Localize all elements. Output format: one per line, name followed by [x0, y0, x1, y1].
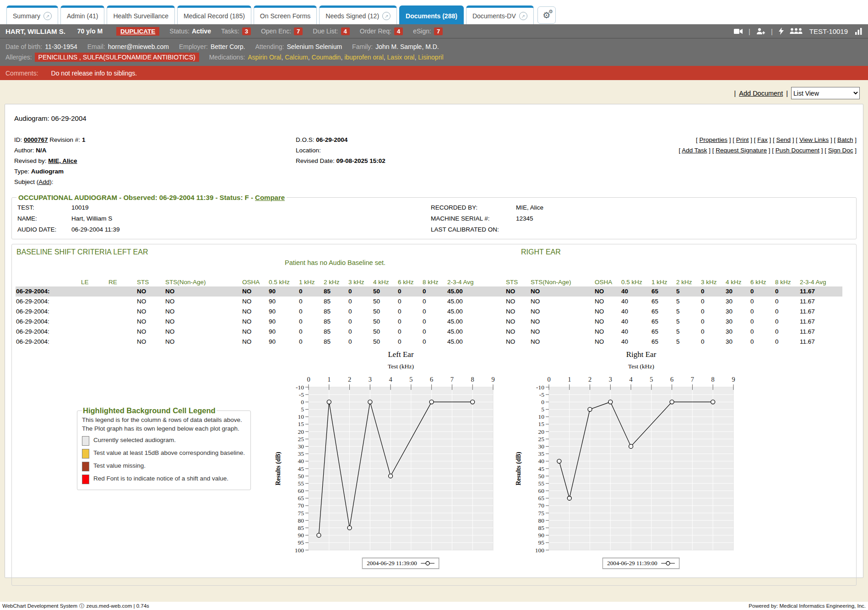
- video-camera-icon[interactable]: [734, 28, 743, 34]
- tab-label: Summary: [13, 12, 40, 20]
- revised-by-link[interactable]: MIE, Alice: [48, 157, 77, 164]
- legend-swatch: [82, 475, 89, 484]
- subject-add-link[interactable]: Add: [38, 178, 49, 185]
- table-cell: 0: [298, 337, 323, 347]
- tab-admin-41[interactable]: Admin (41): [60, 5, 104, 24]
- add-document-link[interactable]: Add Document: [739, 90, 783, 97]
- svg-text:Right Ear: Right Ear: [626, 350, 656, 359]
- allergies-badge[interactable]: PENICILLINS , SULFA(SULFONAMIDE ANTIBIOT…: [35, 53, 199, 62]
- audiogram-table-row[interactable]: 06-29-2004:NONONO900850500045.00NONONO40…: [16, 317, 842, 327]
- lightning-icon[interactable]: [779, 27, 784, 35]
- info-value: [516, 224, 543, 235]
- table-cell: NO: [136, 317, 165, 327]
- tab-documents-dv[interactable]: Documents-DV↗: [466, 5, 534, 24]
- medication-link[interactable]: Aspirin Oral: [248, 54, 281, 61]
- table-cell: NO: [242, 297, 268, 307]
- external-link-circle-icon[interactable]: ↗: [382, 12, 391, 20]
- table-cell: NO: [530, 297, 594, 307]
- tab-health-surveillance[interactable]: Health Surveillance: [107, 5, 175, 24]
- comments-text: Do not release info to siblings.: [51, 70, 137, 77]
- svg-text:5: 5: [301, 406, 304, 413]
- push-document-link[interactable]: Push Document: [776, 147, 819, 154]
- table-cell: 40: [621, 286, 651, 297]
- meta-text: Subject (: [14, 178, 38, 185]
- patient-age-sex: 70 y/o M: [77, 27, 103, 35]
- table-cell: [489, 317, 505, 327]
- properties-link[interactable]: Properties: [699, 136, 727, 143]
- demo-value: Selenium Selenium: [287, 43, 342, 50]
- svg-text:65: 65: [538, 495, 545, 502]
- svg-text:80: 80: [538, 517, 545, 524]
- batch-link[interactable]: Batch: [837, 136, 853, 143]
- table-cell: NO: [505, 327, 530, 337]
- tab-summary[interactable]: Summary↗: [6, 5, 58, 24]
- meta-line: ID: 0000767 Revision #: 1: [14, 135, 296, 145]
- medication-link[interactable]: Calcium: [285, 54, 308, 61]
- table-cell: 85: [323, 307, 348, 317]
- open-enc-count-badge[interactable]: 7: [294, 27, 303, 35]
- tab-medical-record-185[interactable]: Medical Record (185): [177, 5, 251, 24]
- status-value: Active: [192, 27, 211, 35]
- external-link-circle-icon[interactable]: ↗: [519, 12, 527, 20]
- medication-link[interactable]: Coumadin: [312, 54, 341, 61]
- table-cell: 0: [348, 297, 373, 307]
- audiogram-table-row-selected[interactable]: 06-29-2004:NONONO900850500045.00NONONO40…: [16, 286, 842, 297]
- bar-chart-icon[interactable]: [855, 28, 863, 35]
- tab-label: Medical Record (185): [184, 12, 245, 20]
- table-cell: NO: [165, 307, 242, 317]
- comments-bar: Comments: Do not release info to sibling…: [0, 66, 868, 80]
- medication-link[interactable]: Lasix oral: [387, 54, 415, 61]
- audiogram-table-row[interactable]: 06-29-2004:NONONO900850500045.00NONONO40…: [16, 307, 842, 317]
- tasks-count-badge[interactable]: 3: [242, 27, 251, 35]
- table-cell: NO: [594, 317, 621, 327]
- chart-legend-label: 2004-06-29 11:39:00: [607, 560, 657, 567]
- meta-text: Location:: [296, 147, 321, 154]
- table-cell: NO: [136, 337, 165, 347]
- info-label: NAME:: [17, 213, 71, 224]
- table-cell: 0: [422, 327, 447, 337]
- medication-link[interactable]: Lisinopril: [418, 54, 443, 61]
- svg-text:1: 1: [327, 376, 331, 383]
- svg-text:70: 70: [298, 502, 304, 509]
- svg-text:10: 10: [538, 413, 545, 420]
- svg-text:95: 95: [538, 539, 545, 546]
- compare-link[interactable]: Compare: [255, 194, 285, 201]
- table-cell: [489, 307, 505, 317]
- audiogram-info-right: RECORDED BY:MIE, AliceMACHINE SERIAL #:1…: [431, 202, 543, 235]
- document-id-link[interactable]: 0000767: [24, 136, 48, 143]
- tab-documents-288[interactable]: Documents (288): [399, 5, 464, 24]
- sign-doc-link[interactable]: Sign Doc: [828, 147, 853, 154]
- tab-on-screen-forms[interactable]: On Screen Forms: [254, 5, 317, 24]
- request-signature-link[interactable]: Request Signature: [716, 147, 767, 154]
- svg-text:3: 3: [609, 376, 612, 383]
- duplicate-badge[interactable]: DUPLICATE: [116, 27, 159, 36]
- table-cell: NO: [136, 307, 165, 317]
- group-icon[interactable]: [790, 28, 803, 34]
- fax-link[interactable]: Fax: [757, 136, 768, 143]
- add-task-link[interactable]: Add Task: [682, 147, 707, 154]
- audiogram-table-row[interactable]: 06-29-2004:NONONO900850500045.00NONONO40…: [16, 297, 842, 307]
- due-list-count-badge[interactable]: 4: [341, 27, 350, 35]
- audiogram-table-row[interactable]: 06-29-2004:NONONO900850500045.00NONONO40…: [16, 327, 842, 337]
- table-cell: 85: [323, 286, 348, 297]
- gear-icon[interactable]: ⚙⚙: [537, 6, 556, 24]
- table-cell: 0: [775, 317, 799, 327]
- order-req-count-badge[interactable]: 4: [394, 27, 403, 35]
- svg-text:40: 40: [538, 458, 545, 464]
- tab-needs-signed-12[interactable]: Needs Signed (12)↗: [319, 5, 397, 24]
- column-header: [489, 278, 505, 286]
- table-cell: 65: [651, 317, 676, 327]
- table-cell: 0: [700, 297, 725, 307]
- esign-count-badge[interactable]: 7: [434, 27, 443, 35]
- send-link[interactable]: Send: [776, 136, 791, 143]
- demo-value: John M. Sample, M.D.: [375, 43, 439, 50]
- medication-link[interactable]: ibuprofen oral: [344, 54, 384, 61]
- allergies-label: Allergies:: [5, 54, 32, 61]
- user-add-icon[interactable]: [756, 28, 765, 35]
- print-link[interactable]: Print: [736, 136, 749, 143]
- view-select[interactable]: List View: [791, 87, 860, 99]
- view-links-link[interactable]: View Links: [799, 136, 829, 143]
- info-icon[interactable]: ⓘ: [79, 603, 85, 610]
- external-link-circle-icon[interactable]: ↗: [43, 12, 52, 20]
- audiogram-table-row[interactable]: 06-29-2004:NONONO900850500045.00NONONO40…: [16, 337, 842, 347]
